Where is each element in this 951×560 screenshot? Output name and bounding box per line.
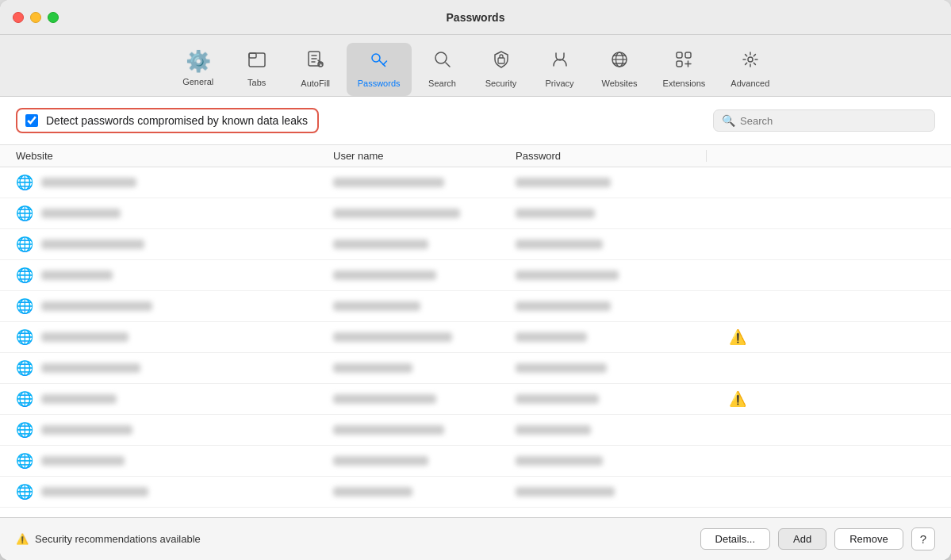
table-row[interactable]: 🌐 [0,477,951,508]
website-cell: 🌐 [16,174,333,191]
table-row[interactable]: 🌐 [0,167,951,198]
toolbar-item-security[interactable]: Security [474,43,529,96]
password-text [516,456,603,466]
titlebar: Passwords [0,0,951,35]
website-cell: 🌐 [16,390,333,408]
password-cell [516,209,706,218]
detect-passwords-checkbox[interactable] [25,114,38,127]
traffic-lights [13,12,59,23]
help-button[interactable]: ? [911,527,935,550]
toolbar-item-autofill[interactable]: AutoFill [288,43,343,96]
username-cell [333,209,516,218]
username-text [333,209,460,218]
password-cell [516,363,706,373]
username-cell [333,301,516,311]
username-cell [333,425,516,435]
globe-icon: 🌐 [16,328,33,346]
username-text [333,332,452,342]
table-row[interactable]: 🌐 ⚠️ [0,384,951,415]
globe-icon: 🌐 [16,297,33,315]
password-text [516,363,607,373]
passwords-window: Passwords ⚙️ General Tabs [0,0,951,560]
search-bar: 🔍 [713,109,935,132]
autofill-label: AutoFill [301,79,330,88]
password-text [516,270,619,280]
websites-label: Websites [602,79,638,88]
website-cell: 🌐 [16,421,333,439]
username-cell [333,178,516,187]
toolbar-item-general[interactable]: ⚙️ General [171,43,226,96]
toolbar-item-privacy[interactable]: Privacy [532,43,588,96]
general-icon: ⚙️ [186,49,211,74]
username-cell [333,332,516,342]
bottom-buttons: Details... Add Remove ? [700,527,935,550]
website-cell: 🌐 [16,483,333,501]
website-text [41,270,113,280]
website-cell: 🌐 [16,328,333,346]
website-text [41,456,125,466]
globe-icon: 🌐 [16,236,33,253]
password-cell [516,178,706,187]
table-row[interactable]: 🌐 [0,415,951,446]
window-title: Passwords [447,11,505,24]
search-input[interactable] [740,115,926,127]
col-header-password: Password [516,150,706,162]
table-row[interactable]: 🌐 [0,353,951,384]
advanced-label: Advanced [731,79,769,88]
toolbar-item-websites[interactable]: Websites [591,43,649,96]
minimize-button[interactable] [30,12,41,23]
extensions-icon [673,49,694,75]
table-row[interactable]: 🌐 [0,291,951,322]
password-text [516,301,611,311]
table-row[interactable]: 🌐 [0,260,951,291]
details-button[interactable]: Details... [700,528,771,550]
security-icon [491,49,512,75]
password-text [516,240,603,249]
table-row[interactable]: 🌐 [0,446,951,477]
table-row[interactable]: 🌐 ⚠️ [0,322,951,353]
maximize-button[interactable] [48,12,59,23]
table-body: 🌐 🌐 [0,167,951,517]
detect-passwords-label: Detect passwords compromised by known da… [46,114,308,127]
col-header-username: User name [333,150,516,162]
username-text [333,301,420,311]
add-button[interactable]: Add [778,528,826,550]
bottom-bar: ⚠️ Security recommendations available De… [0,517,951,560]
toolbar-item-passwords[interactable]: Passwords [347,43,412,96]
password-cell [516,240,706,249]
password-cell [516,425,706,435]
globe-icon: 🌐 [16,267,33,284]
toolbar-item-advanced[interactable]: Advanced [719,43,780,96]
username-text [333,270,436,280]
website-cell: 🌐 [16,205,333,222]
password-cell [516,332,706,342]
username-text [333,394,436,404]
website-text [41,240,144,249]
websites-icon [609,49,630,75]
table-row[interactable]: 🌐 [0,229,951,260]
toolbar-item-search[interactable]: Search [415,43,470,96]
svg-rect-10 [685,52,691,58]
top-bar: Detect passwords compromised by known da… [0,97,951,145]
website-cell: 🌐 [16,267,333,284]
close-button[interactable] [13,12,24,23]
search-icon: 🔍 [722,114,735,127]
website-text [41,487,148,497]
col-header-website: Website [16,150,333,162]
toolbar-item-extensions[interactable]: Extensions [652,43,717,96]
website-cell: 🌐 [16,236,333,253]
svg-rect-0 [249,53,265,67]
password-cell [516,394,706,404]
warning-icon: ⚠️ [706,390,769,408]
username-cell [333,240,516,249]
username-cell [333,394,516,404]
toolbar-item-tabs[interactable]: Tabs [229,43,285,96]
password-text [516,178,611,187]
table-row[interactable]: 🌐 [0,198,951,229]
security-label: Security [485,79,517,88]
detect-checkbox-container: Detect passwords compromised by known da… [16,108,319,133]
globe-icon: 🌐 [16,483,33,501]
website-text [41,301,152,311]
username-text [333,178,444,187]
remove-button[interactable]: Remove [834,528,903,550]
